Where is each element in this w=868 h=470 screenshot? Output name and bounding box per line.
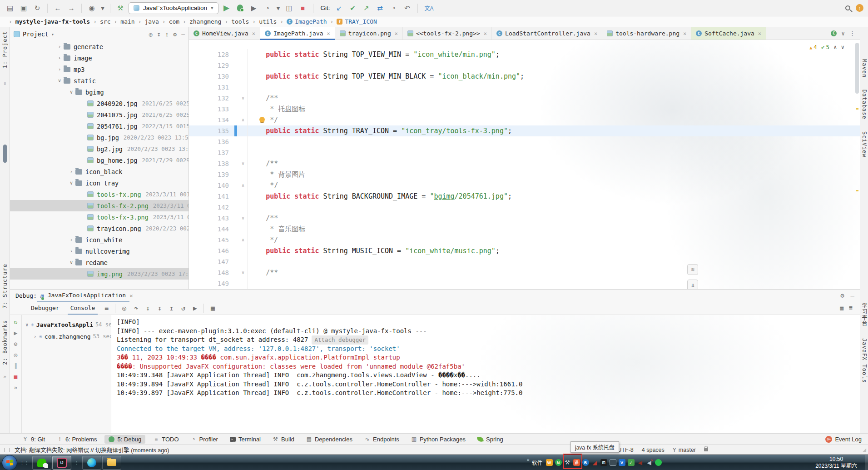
chevron-down-icon[interactable]: ▾: [51, 32, 54, 37]
taskbar-clock[interactable]: 10:50 2023/3/11 星期六: [815, 456, 857, 470]
taskbar-edge-button[interactable]: [82, 456, 101, 470]
rerun-icon[interactable]: ↻: [14, 319, 18, 325]
window-layout-icon[interactable]: [5, 448, 10, 452]
editor-tab[interactable]: C ImagePath.java ×: [260, 27, 335, 40]
fold-marker-icon[interactable]: [239, 60, 247, 71]
code-line[interactable]: 136: [189, 136, 860, 147]
hotswap-icon[interactable]: ⚙: [14, 340, 18, 347]
forward-icon[interactable]: →: [66, 3, 77, 14]
tree-expander-icon[interactable]: ›: [67, 237, 75, 243]
pause-icon[interactable]: ∥: [14, 362, 17, 369]
project-panel-title[interactable]: Project: [23, 30, 49, 38]
profiler-button[interactable]: ◔: [262, 3, 273, 14]
fold-marker-icon[interactable]: [239, 136, 247, 147]
fold-marker-icon[interactable]: [239, 104, 247, 115]
editor-tab[interactable]: <<tools-fx-2.png>> ×: [403, 27, 492, 40]
ide-update-icon[interactable]: ↑: [856, 4, 863, 12]
run-coverage-button[interactable]: ▶: [248, 3, 259, 14]
breadcrumb-item[interactable]: › utils: [249, 18, 277, 25]
code-line[interactable]: 137: [189, 147, 860, 158]
code-line[interactable]: 130 public static String TOP_VIEW_MIN_BL…: [189, 71, 860, 82]
resume-icon[interactable]: ▶: [14, 330, 18, 336]
more-icon[interactable]: »: [14, 384, 18, 391]
stripe-database-button[interactable]: Database: [861, 90, 868, 120]
profiler-caret-icon[interactable]: ▾: [276, 3, 281, 14]
attach-debugger-link[interactable]: Attach debugger: [312, 335, 368, 345]
fold-marker-icon[interactable]: [239, 125, 247, 136]
stripe-maven-button[interactable]: Maven: [861, 59, 868, 78]
tree-row[interactable]: tools-fx-3.png 2023/3/11 0011 10:48: [10, 211, 188, 223]
close-icon[interactable]: ×: [758, 30, 761, 37]
show-desktop-button[interactable]: [865, 455, 868, 470]
scroll-to-end-icon[interactable]: ⇊: [687, 280, 698, 289]
lock-icon[interactable]: [704, 448, 708, 451]
code-line[interactable]: 145 ∧ */: [189, 235, 860, 245]
tab-console[interactable]: Console: [66, 303, 100, 313]
stripe-more-icon[interactable]: »: [3, 374, 6, 380]
code-line[interactable]: 141 public static String BACKGROUND_IMAG…: [189, 191, 860, 202]
locate-file-icon[interactable]: ◎: [149, 31, 153, 38]
stripe-structure-button[interactable]: 7: Structure: [2, 264, 8, 309]
tool-window-button[interactable]: 5: Debug: [104, 435, 145, 444]
search-everywhere-button[interactable]: [842, 3, 853, 14]
tree-expander-icon[interactable]: ∨: [67, 180, 75, 186]
stop-icon[interactable]: ■: [14, 373, 18, 380]
breadcrumb-item[interactable]: › C ImagePath: [277, 18, 327, 25]
tree-expander-icon[interactable]: ›: [67, 169, 75, 175]
git-merge-button[interactable]: ⇄: [375, 3, 386, 14]
code-line[interactable]: 128 public static String TOP_VIEW_MIN = …: [189, 49, 860, 60]
breadcrumb-item[interactable]: › zhangmeng: [179, 18, 221, 25]
tree-row[interactable]: › nullcoverimg: [10, 245, 188, 257]
bookmark-stripe-icon[interactable]: ▯: [3, 80, 6, 86]
git-push-button[interactable]: ↗: [361, 3, 372, 14]
open-project-icon[interactable]: ▤: [5, 3, 15, 14]
thread-row[interactable]: › ✳ com.zhangmeng 53 sec: [22, 330, 111, 342]
tree-row[interactable]: bg.jpg 2020/2/23 0023 13:52, 7.13 kB: [10, 132, 188, 143]
tool-window-button[interactable]: Y 9: Git: [18, 435, 49, 444]
editor-scrollbar[interactable]: [855, 43, 859, 94]
tree-row[interactable]: ∨ bgimg: [10, 86, 188, 98]
build-project-icon[interactable]: ⚒: [115, 3, 126, 14]
profile-caret-icon[interactable]: ▾: [100, 3, 105, 14]
tree-row[interactable]: bg2.jpg 2020/2/23 0023 13:52, 8.54 k: [10, 143, 188, 155]
fold-marker-icon[interactable]: [239, 82, 247, 93]
fold-marker-icon[interactable]: ∨: [239, 267, 247, 278]
expand-all-icon[interactable]: ↧: [157, 31, 161, 38]
code-editor[interactable]: 128 public static String TOP_VIEW_MIN = …: [189, 40, 860, 289]
debug-console[interactable]: [INFO] [INFO] --- exec-maven-plugin:3.1.…: [111, 315, 860, 433]
ok-count[interactable]: 5: [821, 44, 829, 50]
tool-window-button[interactable]: >_ Terminal: [226, 435, 265, 444]
attach-process-button[interactable]: ◫: [284, 3, 295, 14]
tree-expander-icon[interactable]: ∨: [67, 260, 75, 265]
tree-row[interactable]: › icon_white: [10, 234, 188, 245]
tabs-more-icon[interactable]: ⋮: [849, 30, 855, 37]
profile-icon[interactable]: ◉: [86, 3, 97, 14]
run-to-cursor-icon[interactable]: ▶: [190, 303, 200, 313]
gear-icon[interactable]: ⚙: [173, 31, 177, 38]
fold-marker-icon[interactable]: [239, 191, 247, 202]
editor-tab[interactable]: tools-hardware.png ×: [602, 27, 691, 40]
tray-icon[interactable]: B: [582, 459, 589, 466]
editor-tab[interactable]: C HomeView.java ×: [189, 27, 260, 40]
tree-expander-icon[interactable]: ›: [55, 66, 64, 72]
hidden-tab-icon[interactable]: C: [831, 30, 837, 36]
fold-marker-icon[interactable]: [239, 71, 247, 82]
tree-row[interactable]: › generate: [10, 41, 188, 52]
taskbar-explorer-button[interactable]: [102, 456, 121, 470]
stop-button[interactable]: ■: [298, 3, 308, 14]
code-line[interactable]: 140 ∧ */: [189, 180, 860, 191]
fold-marker-icon[interactable]: [239, 278, 247, 289]
tree-row[interactable]: ∨ redame: [10, 257, 188, 268]
inspections-widget[interactable]: 4 5 ∧ ∨: [809, 44, 844, 50]
code-line[interactable]: 135 public static String TRAY_ICON = "ic…: [189, 125, 860, 136]
stripe-bookmarks-button[interactable]: 2: Bookmarks: [2, 320, 8, 365]
debug-session-tab[interactable]: JavaFxToolsApplication: [48, 292, 126, 300]
warnings-count[interactable]: 4: [809, 44, 817, 50]
debug-button[interactable]: [235, 3, 246, 14]
soft-wrap-icon[interactable]: ≋: [687, 264, 698, 275]
tree-row[interactable]: › icon_black: [10, 166, 188, 177]
view-breakpoints-icon[interactable]: ◎: [14, 351, 18, 358]
close-icon[interactable]: ×: [129, 292, 133, 299]
stripe-project-button[interactable]: 1: Project: [2, 31, 8, 68]
tree-row[interactable]: trayicon.png 2020/2/23 0023 13:52, 4: [10, 223, 188, 234]
